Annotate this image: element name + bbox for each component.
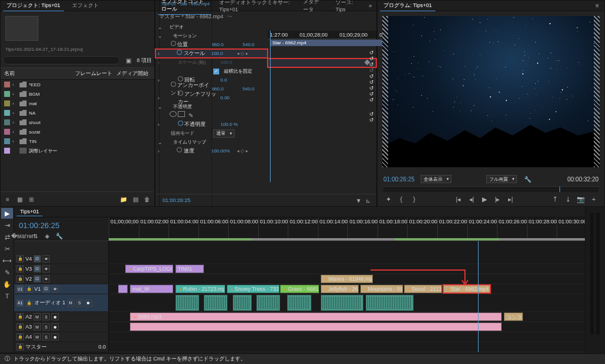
sequence-tab[interactable]: Tips+01 bbox=[17, 207, 43, 216]
track-header-v2[interactable]: 🔒V2⊡👁 bbox=[14, 274, 108, 284]
clip-jelly[interactable]: 🔸Jellyfish - 26818.mp4 bbox=[321, 285, 359, 293]
track-header-a1[interactable]: A1🔒オーディオ 1MS⏺ bbox=[14, 294, 108, 312]
zoom-icon[interactable]: ⊾ bbox=[363, 196, 373, 205]
bin-row[interactable]: ›*EED bbox=[1, 80, 154, 89]
effect-clip-bar[interactable]: Star - 6962.mp4 bbox=[270, 40, 388, 46]
rect-mask-icon[interactable] bbox=[178, 111, 185, 117]
reset-icon[interactable]: ↺ bbox=[369, 61, 374, 67]
speed-value[interactable]: 100.00% bbox=[211, 148, 235, 154]
timeremap-section[interactable]: タイムリマップ bbox=[165, 139, 218, 145]
export-frame-icon[interactable]: 📷 bbox=[576, 194, 586, 204]
audio-clip[interactable] bbox=[366, 295, 414, 311]
panel-menu-icon[interactable]: ≡ bbox=[593, 1, 602, 11]
clip-2883-a3[interactable] bbox=[130, 323, 502, 331]
clip-mountains[interactable]: 🔸Mountains - 59291.mp4 bbox=[360, 285, 404, 293]
stopwatch-icon[interactable] bbox=[178, 121, 183, 126]
type-tool[interactable]: T bbox=[1, 291, 13, 301]
opacity-value[interactable]: 100.0 % bbox=[220, 122, 250, 127]
clip[interactable] bbox=[118, 285, 128, 293]
settings-icon[interactable]: 🔧 bbox=[54, 231, 64, 240]
wrench-icon[interactable]: 🔧 bbox=[523, 174, 532, 184]
link-icon[interactable]: ⇅ bbox=[31, 231, 40, 240]
reset-icon[interactable]: ↺ bbox=[369, 56, 374, 61]
clip-tin01[interactable]: TIN01 bbox=[175, 265, 204, 273]
ellipse-mask-icon[interactable] bbox=[170, 111, 177, 117]
blend-mode-select[interactable]: 通常 bbox=[213, 129, 235, 138]
trash-icon[interactable]: 🗑 bbox=[142, 194, 152, 204]
stopwatch-icon[interactable] bbox=[171, 41, 176, 46]
stopwatch-icon[interactable] bbox=[178, 90, 183, 96]
timeline-ruler[interactable]: 01;00;00;0001:00:02:0001:00:04:0001:00:0… bbox=[109, 217, 585, 240]
program-timecode[interactable]: 01:00:26:25 bbox=[383, 176, 415, 183]
zoom-select[interactable]: 全体表示 bbox=[421, 175, 451, 183]
pen-mask-icon[interactable]: ✎ bbox=[186, 111, 196, 121]
clip-star[interactable]: 🔸Star - 6962.mp4 bbox=[443, 285, 491, 293]
freeform-view-icon[interactable]: ⊞ bbox=[27, 194, 36, 204]
audio-clip[interactable] bbox=[287, 295, 311, 311]
adjustment-layer-row[interactable]: 調整レイヤー bbox=[1, 146, 154, 155]
col-name[interactable]: 名前 bbox=[4, 70, 75, 77]
lift-icon[interactable]: ⤒ bbox=[550, 194, 560, 204]
clip-carptips[interactable]: 🔸CarpTIPS_LOGO_21040 bbox=[125, 265, 173, 273]
clip-seoul[interactable]: 🔸Seoul - 21118.mp4 bbox=[404, 285, 442, 293]
timeline-playhead[interactable] bbox=[478, 241, 479, 352]
audio-clip[interactable] bbox=[204, 295, 227, 311]
position-x[interactable]: 960.0 bbox=[212, 42, 240, 47]
step-fwd-icon[interactable]: |▸ bbox=[493, 194, 502, 204]
bin-icon[interactable]: ▣ bbox=[123, 56, 133, 65]
position-y[interactable]: 540.0 bbox=[243, 42, 265, 47]
audio-clip[interactable] bbox=[175, 295, 199, 311]
audio-clip[interactable] bbox=[321, 295, 364, 311]
effect-playhead[interactable] bbox=[270, 31, 271, 182]
bin-row[interactable]: ›shoot bbox=[1, 118, 154, 127]
in-point-icon[interactable]: { bbox=[396, 194, 406, 204]
bin-row[interactable]: ›mat bbox=[1, 99, 154, 108]
program-ruler[interactable] bbox=[383, 186, 599, 192]
clip-2883[interactable]: 🔸2883.mp3 bbox=[130, 313, 502, 321]
clip-waves[interactable]: 🔸Waves - 61949.mp4 bbox=[321, 275, 373, 283]
marker-icon[interactable]: ◈ bbox=[43, 231, 52, 240]
track-header-v3[interactable]: 🔒V3⊡👁 bbox=[14, 264, 108, 274]
motion-section[interactable]: モーション bbox=[165, 32, 218, 39]
hand-tool[interactable]: ✋ bbox=[1, 279, 13, 290]
clip-konsu[interactable]: コンス bbox=[504, 313, 523, 321]
video-section[interactable]: ビデオ bbox=[165, 24, 218, 30]
track-header-v1[interactable]: V1🔒V1⊡👁 bbox=[14, 284, 108, 294]
search-input[interactable] bbox=[3, 56, 120, 64]
work-area-bar[interactable] bbox=[109, 238, 585, 240]
clip-matw[interactable]: mat_W bbox=[130, 285, 173, 293]
play-icon[interactable]: ▶ bbox=[480, 194, 489, 204]
tab-effects[interactable]: エフェクト bbox=[69, 1, 102, 11]
razor-tool[interactable]: ✂ bbox=[1, 243, 13, 254]
antiflicker-value[interactable]: 0.00 bbox=[220, 95, 250, 100]
new-item-icon[interactable]: ▤ bbox=[131, 194, 140, 204]
rotation-value[interactable]: 0.0 bbox=[220, 77, 250, 83]
extract-icon[interactable]: ⤓ bbox=[563, 194, 573, 204]
stopwatch-icon[interactable] bbox=[177, 147, 182, 152]
stopwatch-icon[interactable] bbox=[177, 50, 182, 55]
snap-icon[interactable]: �магнит bbox=[19, 231, 28, 240]
uniform-scale-checkbox[interactable]: ✓ bbox=[213, 69, 219, 74]
go-out-icon[interactable]: ▸| bbox=[506, 194, 515, 204]
bin-row[interactable]: ›NA bbox=[1, 108, 154, 118]
anchor-y[interactable]: 540.0 bbox=[243, 86, 265, 92]
tab-project[interactable]: プロジェクト: Tips+01 bbox=[3, 1, 64, 11]
stopwatch-icon[interactable] bbox=[171, 82, 176, 87]
scale-value[interactable]: 100.0 bbox=[211, 51, 235, 56]
col-framerate[interactable]: フレームレート bbox=[75, 70, 116, 77]
new-bin-icon[interactable]: 📁 bbox=[119, 194, 128, 204]
bin-row[interactable]: ›BGM bbox=[1, 89, 154, 99]
audio-clip[interactable] bbox=[233, 295, 252, 311]
selection-tool[interactable]: ▶ bbox=[1, 208, 13, 219]
clip-robin[interactable]: 🔸Robin - 21723.mp4 bbox=[175, 285, 226, 293]
opacity-section[interactable]: 不透明度 bbox=[165, 103, 218, 110]
program-viewport[interactable] bbox=[382, 16, 600, 167]
track-header-a4[interactable]: 🔒A4MS⏺ bbox=[14, 332, 108, 342]
program-playhead[interactable] bbox=[560, 187, 560, 192]
audio-clip[interactable] bbox=[256, 295, 280, 311]
tab-program[interactable]: プログラム: Tips+01 bbox=[380, 1, 435, 11]
scale-keyframe-lane[interactable] bbox=[268, 58, 376, 67]
quality-select[interactable]: フル画質 bbox=[486, 175, 517, 183]
clip-snowy[interactable]: 🔸Snowy Trees - 7328.mp4 bbox=[227, 285, 279, 293]
panel-menu-icon[interactable]: » bbox=[366, 1, 374, 11]
